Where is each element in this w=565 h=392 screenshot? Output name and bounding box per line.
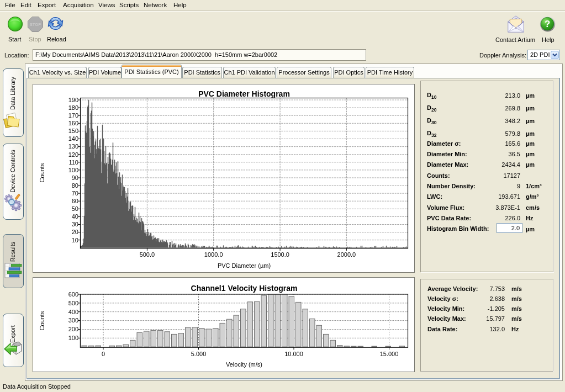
svg-text:200: 200	[68, 326, 78, 332]
svg-text:0: 0	[102, 351, 105, 357]
svg-text:500: 500	[68, 300, 78, 306]
svg-text:100: 100	[68, 167, 78, 173]
svg-text:400: 400	[68, 309, 78, 315]
svg-text:60: 60	[72, 198, 78, 204]
svg-text:30: 30	[72, 221, 78, 227]
svg-text:600: 600	[68, 291, 78, 298]
svg-text:2000.0: 2000.0	[337, 251, 356, 258]
svg-text:1000.0: 1000.0	[204, 251, 223, 258]
svg-text:Counts: Counts	[39, 163, 45, 182]
svg-text:5.000: 5.000	[191, 351, 207, 357]
svg-text:110: 110	[68, 159, 78, 166]
svg-text:1500.0: 1500.0	[271, 251, 289, 258]
svg-text:50: 50	[72, 205, 78, 212]
svg-text:20: 20	[72, 229, 78, 235]
svg-text:?: ?	[545, 19, 550, 29]
svg-text:150: 150	[68, 128, 78, 134]
svg-text:180: 180	[68, 104, 78, 111]
svg-text:STOP: STOP	[30, 22, 41, 27]
svg-text:300: 300	[68, 317, 78, 324]
svg-text:160: 160	[68, 120, 78, 126]
svg-text:Velocity (m/s): Velocity (m/s)	[226, 361, 262, 368]
svg-text:90: 90	[72, 174, 78, 181]
svg-text:15.000: 15.000	[380, 351, 399, 357]
svg-text:70: 70	[72, 190, 78, 197]
svg-text:PVC Diameter (µm): PVC Diameter (µm)	[218, 262, 271, 269]
svg-text:120: 120	[68, 151, 78, 158]
svg-text:Channel1 Velocity Histogram: Channel1 Velocity Histogram	[191, 284, 298, 293]
svg-text:10: 10	[72, 237, 78, 243]
svg-text:40: 40	[72, 213, 78, 220]
svg-text:170: 170	[68, 112, 78, 119]
svg-text:PVC Diameter Histogram: PVC Diameter Histogram	[198, 89, 290, 98]
svg-text:100: 100	[68, 335, 78, 341]
svg-text:190: 190	[68, 97, 78, 103]
svg-text:140: 140	[68, 135, 78, 142]
svg-text:80: 80	[72, 182, 78, 189]
svg-text:500.0: 500.0	[140, 251, 155, 258]
svg-text:10.000: 10.000	[284, 351, 303, 357]
svg-text:130: 130	[68, 143, 78, 150]
svg-text:Counts: Counts	[39, 311, 45, 330]
